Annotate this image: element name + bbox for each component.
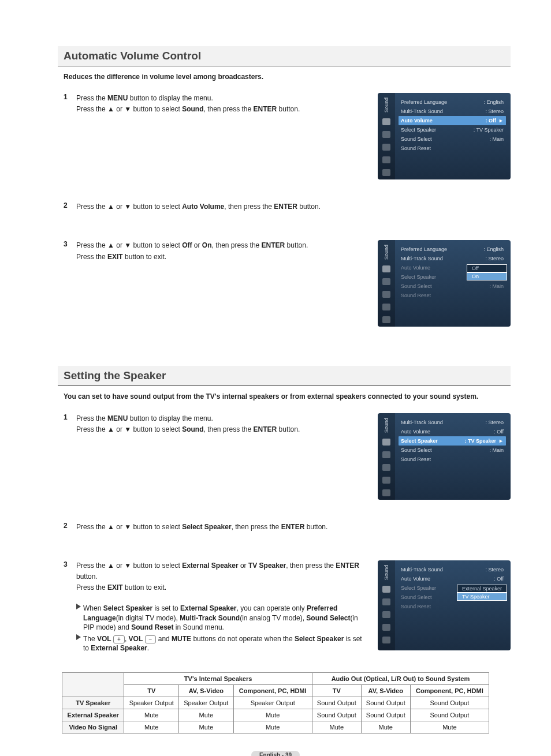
osd-panel-spk-1: SoundMulti-Track Sound: StereoAuto Volum… [378,413,511,500]
table-sub: TV [124,685,179,697]
table-group1: TV's Internal Speakers [124,673,312,685]
step-text: Press the ▲ or ▼ button to select Off or… [76,240,367,262]
section-title-speaker: Setting the Speaker [58,366,511,386]
step-number: 1 [64,93,76,101]
step-number: 1 [64,413,76,421]
note-text: When Select Speaker is set to External S… [83,604,367,632]
step-text: Press the MENU button to display the men… [76,93,367,115]
osd-panel-avc-2: SoundPreferred Language: EnglishMulti-Tr… [378,240,511,327]
notes-block: When Select Speaker is set to External S… [76,604,367,653]
section2-row3: 3 Press the ▲ or ▼ button to select Exte… [64,560,511,656]
step-number: 2 [64,522,76,530]
step-text: Press the MENU button to display the men… [76,413,367,435]
section1-intro: Reduces the difference in volume level a… [64,72,511,81]
section1-row3: 3 Press the ▲ or ▼ button to select Off … [64,240,511,331]
step-text: Press the ▲ or ▼ button to select Auto V… [76,201,504,212]
table-sub: Component, PC, HDMI [233,685,312,697]
step-number: 3 [64,240,76,248]
table-sub: AV, S-Video [179,685,234,697]
note-arrow-icon [76,604,81,609]
table-sub: TV [312,685,361,697]
note-arrow-icon [76,634,81,640]
page-footer: English - 39 [40,751,511,756]
step-number: 2 [64,201,76,209]
table-sub: Component, PC, HDMI [410,685,489,697]
section-title-avc: Automatic Volume Control [58,46,511,66]
section2-intro: You can set to have sound output from th… [64,392,511,401]
table-body: TV SpeakerSpeaker OutputSpeaker OutputSp… [62,697,489,733]
osd-panel-spk-2: SoundMulti-Track Sound: StereoAuto Volum… [378,560,511,651]
speaker-output-table: TV's Internal Speakers Audio Out (Optica… [62,672,489,733]
section2-row1: 1 Press the MENU button to display the m… [64,413,511,504]
page-number-pill: English - 39 [251,751,300,756]
step-number: 3 [64,560,76,568]
section1-row1: 1 Press the MENU button to display the m… [64,93,511,184]
section-title-text: Setting the Speaker [64,369,166,381]
section2-row2: 2 Press the ▲ or ▼ button to select Sele… [64,522,511,543]
step-text: Press the ▲ or ▼ button to select Select… [76,522,504,533]
document-page: Automatic Volume Control Reduces the dif… [0,0,551,756]
table-sub: AV, S-Video [361,685,410,697]
note-text: The VOL +, VOL − and MUTE buttons do not… [83,634,367,653]
step-text: Press the ▲ or ▼ button to select Extern… [76,560,367,594]
osd-panel-avc-1: SoundPreferred Language: EnglishMulti-Tr… [378,93,511,179]
table-group2: Audio Out (Optical, L/R Out) to Sound Sy… [312,673,489,685]
section1-row2: 2 Press the ▲ or ▼ button to select Auto… [64,201,511,223]
section-title-text: Automatic Volume Control [64,50,201,62]
